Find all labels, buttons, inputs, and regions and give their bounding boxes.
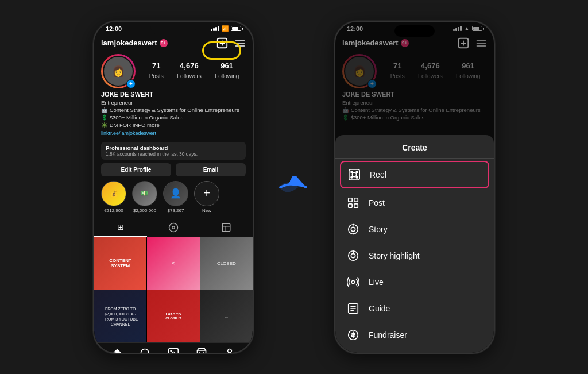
followers-num-right: 4,676 — [418, 61, 443, 70]
create-item-live[interactable]: Live — [335, 269, 494, 295]
stat-followers-right: 4,676 Followers — [418, 61, 443, 80]
create-item-story-highlight[interactable]: Story highlight — [335, 242, 494, 269]
profile-bio-right: Entrepreneur 🤖 Content Strategy & System… — [342, 99, 487, 122]
guide-icon — [346, 301, 361, 316]
notch-right — [394, 25, 435, 37]
profile-section-left: 👩 + 71 Posts 4,676 Followers — [94, 52, 253, 140]
highlight-item-1[interactable]: 💰 €212,900 — [101, 181, 126, 213]
stats-row-right: 71 Posts 4,676 Followers 961 Following — [384, 61, 487, 80]
notif-badge-left: 9+ — [160, 39, 168, 47]
signal-icon-right — [453, 26, 462, 31]
header-icons-left — [216, 37, 246, 49]
svg-rect-32 — [354, 198, 358, 201]
left-phone: 12:00 📶 iamjokedeswer — [93, 21, 254, 354]
svg-point-27 — [351, 171, 353, 173]
create-item-guide[interactable]: Guide — [335, 295, 494, 322]
svg-point-35 — [349, 224, 358, 234]
photo-cell-6[interactable]: ... — [200, 290, 253, 342]
nav-reels-icon[interactable] — [168, 348, 179, 352]
stat-posts-right: 71 Posts — [390, 61, 405, 80]
photo-cell-3[interactable]: CLOSED — [200, 237, 253, 290]
nav-search-icon[interactable] — [140, 348, 151, 352]
profile-name-right: JOKE DE SWERT — [342, 91, 487, 98]
stats-row: 71 Posts 4,676 Followers 961 Following — [142, 61, 246, 80]
story-highlight-label: Story highlight — [369, 251, 420, 260]
svg-point-40 — [351, 253, 355, 257]
highlight-item-new[interactable]: + New — [194, 181, 219, 213]
svg-rect-8 — [222, 223, 230, 232]
photo-cell-2[interactable]: ✕ — [147, 237, 199, 290]
profile-name: JOKE DE SWERT — [101, 91, 246, 98]
bio-line1: Entrepreneur — [101, 99, 133, 106]
stat-following-right: 961 Following — [456, 61, 480, 80]
live-icon — [346, 275, 361, 290]
photo-grid: CONTENTSYSTEM ✕ CLOSED FROM ZERO TO$2,00… — [94, 237, 253, 343]
create-item-story[interactable]: Story — [335, 216, 494, 242]
time-left: 12:00 — [106, 25, 122, 32]
blue-arrow — [277, 176, 311, 199]
arrow-wrapper — [277, 176, 311, 199]
highlight-img-new: + — [194, 181, 219, 206]
story-icon — [346, 222, 361, 237]
posts-num: 71 — [149, 61, 164, 70]
svg-point-15 — [171, 350, 172, 352]
ig-header-right: iamjokedeswert 9+ — [335, 34, 494, 52]
bg-profile-right: 👩 + 71 Posts 4,676 Followers — [335, 52, 494, 124]
highlight-label-3: $73,267 — [168, 208, 184, 213]
followers-label-right: Followers — [418, 73, 443, 79]
create-sheet: Create Reel — [335, 135, 494, 353]
status-icons-left: 📶 — [211, 25, 241, 32]
signal-icon — [211, 26, 219, 31]
nav-profile-icon[interactable] — [224, 348, 235, 352]
photo-cell-5[interactable]: I HAD TOCLOSE IT — [147, 290, 199, 342]
wifi-icon-right: ▲ — [464, 25, 470, 32]
avatar-add-right: + — [368, 79, 377, 88]
username-row-right: iamjokedeswert 9+ — [342, 38, 409, 47]
following-num-right: 961 — [456, 61, 480, 70]
email-button[interactable]: Email — [176, 163, 246, 176]
post-icon — [346, 195, 361, 210]
photo-cell-4[interactable]: FROM ZERO TO$2,000,000 YEARFROM 3 YOUTUB… — [94, 290, 146, 342]
content-tabs: ⊞ — [94, 218, 253, 237]
create-item-post[interactable]: Post — [335, 190, 494, 216]
reel-label: Reel — [370, 170, 386, 179]
stat-following: 961 Following — [215, 61, 239, 80]
create-item-reel[interactable]: Reel — [340, 161, 489, 188]
following-label: Following — [215, 73, 239, 79]
svg-point-26 — [352, 172, 356, 176]
guide-label: Guide — [369, 304, 390, 313]
wifi-icon: 📶 — [222, 25, 229, 32]
highlight-item-3[interactable]: 👤 $73,267 — [163, 181, 188, 213]
plus-icon-right[interactable] — [457, 37, 470, 49]
nav-home-icon[interactable] — [111, 348, 123, 352]
battery-icon — [231, 26, 241, 31]
tab-reels[interactable] — [147, 218, 200, 237]
avatar-left: 👩 + — [101, 54, 136, 88]
menu-icon[interactable] — [234, 37, 246, 49]
tab-tagged[interactable] — [200, 218, 253, 237]
avatar-right: 👩 + — [342, 54, 377, 88]
right-phone: 12:00 ▲ iamjokedeswert — [334, 21, 495, 354]
bio-line2: 🤖 Content Strategy & Systems for Online … — [101, 107, 239, 113]
profile-link[interactable]: linktr.ee/iamjokedeswert — [101, 130, 246, 136]
photo-cell-1[interactable]: CONTENTSYSTEM — [94, 237, 146, 290]
bio-line4: ✳️ DM FOR INFO more — [101, 122, 160, 128]
status-icons-right: ▲ — [453, 25, 482, 32]
highlight-img-2: 💵 — [132, 181, 157, 206]
dashboard-box[interactable]: Professional dashboard 1.8K accounts rea… — [101, 142, 246, 160]
nav-shop-icon[interactable] — [196, 348, 207, 352]
menu-icon-right[interactable] — [475, 37, 487, 49]
profile-top: 👩 + 71 Posts 4,676 Followers — [101, 54, 246, 88]
edit-profile-button[interactable]: Edit Profile — [101, 163, 171, 176]
battery-icon-right — [472, 26, 482, 31]
ig-header-left: iamjokedeswert 9+ — [94, 34, 253, 52]
create-item-fundraiser[interactable]: Fundraiser — [335, 322, 494, 348]
plus-icon[interactable] — [216, 37, 229, 49]
profile-bio: Entrepreneur 🤖 Content Strategy & System… — [101, 99, 246, 129]
highlight-item-2[interactable]: 💵 $2,000,000 — [132, 181, 157, 213]
svg-point-6 — [169, 223, 178, 232]
tab-grid[interactable]: ⊞ — [94, 218, 147, 237]
create-title: Create — [335, 135, 494, 159]
svg-point-11 — [141, 349, 149, 353]
avatar-add-icon[interactable]: + — [126, 79, 136, 88]
